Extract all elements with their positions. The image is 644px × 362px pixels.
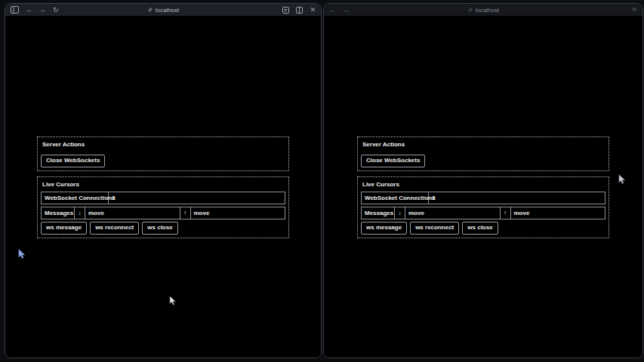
address-bar[interactable]: localhost: [324, 4, 642, 16]
server-actions-panel: Server Actions Close WebSockets: [357, 137, 609, 171]
ws-close-button[interactable]: ws close: [142, 222, 177, 235]
titlebar-right-controls: ✕: [282, 7, 316, 14]
arrow-up-icon: ↑: [501, 207, 511, 219]
live-cursors-panel: Live Cursors WebSocket Connections 2 Mes…: [37, 176, 289, 238]
server-actions-title: Server Actions: [42, 141, 285, 148]
websocket-connections-row: WebSocket Connections 2: [41, 192, 285, 204]
back-icon[interactable]: ←: [329, 7, 336, 14]
reader-view-icon[interactable]: [282, 7, 289, 14]
ws-message-button[interactable]: ws message: [41, 222, 87, 235]
messages-row: Messages ↓ move ↑ move: [361, 207, 605, 219]
connections-value: 2: [429, 192, 605, 204]
close-websockets-button[interactable]: Close WebSockets: [361, 155, 425, 167]
browser-window-right: ← → localhost ✕ Server Actions Close Web…: [323, 3, 643, 358]
split-view-icon[interactable]: [296, 7, 303, 14]
messages-up-value: move: [511, 207, 605, 219]
ws-reconnect-button[interactable]: ws reconnect: [90, 222, 139, 235]
url-text: localhost: [156, 7, 180, 14]
browser-window-left: ← → ↻ localhost ✕ Server Actions Cl: [5, 3, 322, 358]
forward-icon[interactable]: →: [39, 7, 46, 14]
messages-up-value: move: [191, 207, 285, 219]
ws-close-button[interactable]: ws close: [462, 222, 498, 235]
websocket-connections-row: WebSocket Connections 2: [361, 192, 605, 204]
sidebar-toggle-icon[interactable]: [11, 6, 19, 14]
server-actions-title: Server Actions: [362, 141, 605, 148]
link-icon: [147, 7, 153, 13]
ws-button-row: ws message ws reconnect ws close: [41, 222, 285, 235]
desktop: { "icons": { "back": "←", "forward": "→"…: [0, 0, 644, 362]
system-cursor: [169, 296, 177, 309]
close-icon[interactable]: ✕: [631, 7, 637, 14]
connections-label: WebSocket Connections: [42, 192, 109, 204]
live-cursors-title: Live Cursors: [42, 181, 285, 188]
page-content: Server Actions Close WebSockets Live Cur…: [5, 16, 321, 358]
titlebar[interactable]: ← → localhost ✕: [324, 4, 642, 16]
forward-icon[interactable]: →: [343, 7, 350, 14]
link-icon: [467, 7, 473, 13]
arrow-down-icon: ↓: [395, 207, 405, 219]
messages-down-value: move: [405, 207, 501, 219]
arrow-down-icon: ↓: [75, 207, 85, 219]
live-cursors-title: Live Cursors: [362, 181, 605, 188]
panel-stack: Server Actions Close WebSockets Live Cur…: [37, 137, 289, 238]
remote-cursor-blue: [18, 249, 26, 262]
remote-cursor-gray: [618, 174, 626, 188]
close-icon[interactable]: ✕: [310, 7, 316, 14]
messages-down-value: move: [85, 207, 180, 219]
titlebar-left-controls: ← →: [329, 7, 350, 14]
url-text: localhost: [476, 7, 500, 14]
connections-label: WebSocket Connections: [362, 192, 429, 204]
connections-value: 2: [109, 192, 285, 204]
titlebar[interactable]: ← → ↻ localhost ✕: [5, 4, 321, 16]
reload-icon[interactable]: ↻: [53, 7, 59, 14]
ws-button-row: ws message ws reconnect ws close: [361, 222, 605, 235]
close-websockets-button[interactable]: Close WebSockets: [41, 155, 105, 167]
titlebar-right-controls: ✕: [631, 7, 637, 14]
server-actions-panel: Server Actions Close WebSockets: [37, 137, 289, 171]
ws-reconnect-button[interactable]: ws reconnect: [410, 222, 459, 235]
titlebar-left-controls: ← → ↻: [11, 6, 59, 14]
ws-message-button[interactable]: ws message: [361, 222, 407, 235]
messages-label: Messages: [42, 207, 75, 219]
messages-row: Messages ↓ move ↑ move: [41, 207, 285, 219]
live-cursors-panel: Live Cursors WebSocket Connections 2 Mes…: [357, 176, 609, 238]
arrow-up-icon: ↑: [180, 207, 191, 219]
panel-stack: Server Actions Close WebSockets Live Cur…: [357, 137, 609, 238]
messages-label: Messages: [362, 207, 395, 219]
page-content: Server Actions Close WebSockets Live Cur…: [324, 16, 642, 358]
back-icon[interactable]: ←: [26, 7, 32, 14]
